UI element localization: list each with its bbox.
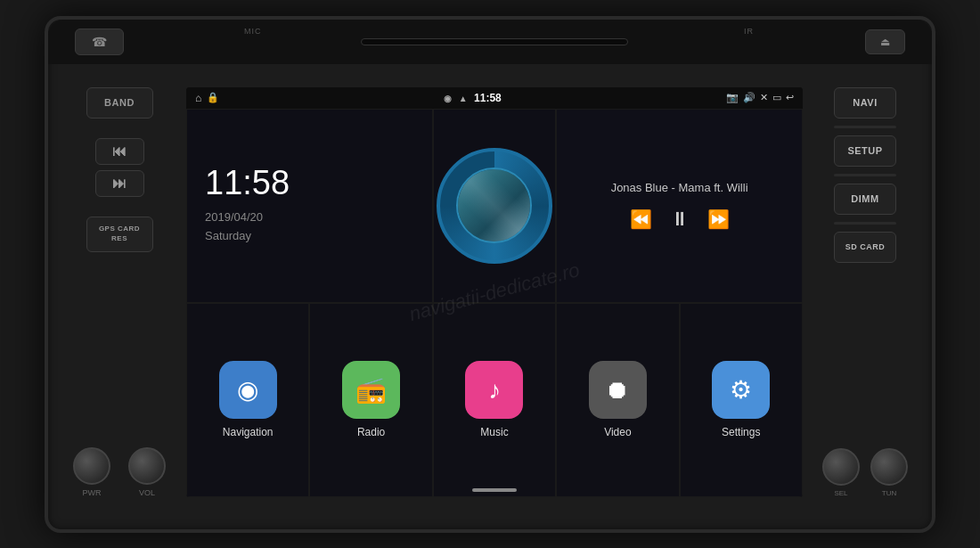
bottom-bar xyxy=(186,488,803,492)
radio-app[interactable]: 📻 Radio xyxy=(309,303,432,497)
home-icon[interactable]: ⌂ xyxy=(195,92,201,104)
date-display: 2019/04/20 Saturday xyxy=(205,209,263,246)
tun-knob[interactable] xyxy=(870,448,908,486)
vol-knob[interactable] xyxy=(128,447,166,485)
sd-button[interactable]: SD CARD xyxy=(834,232,896,263)
navigation-icon: ◉ xyxy=(219,361,277,419)
ir-label: IR xyxy=(744,27,754,36)
radio-icon: 📻 xyxy=(342,361,400,419)
settings-label: Settings xyxy=(722,426,760,438)
location-icon: ◉ xyxy=(444,94,452,103)
close-icon[interactable]: ✕ xyxy=(760,92,768,103)
top-strip: ☎ MIC IR ⏏ xyxy=(48,20,932,64)
rewind-button[interactable]: ⏪ xyxy=(630,209,652,230)
band-button[interactable]: BAND xyxy=(86,87,153,119)
lock-icon: 🔒 xyxy=(207,92,219,103)
divider-1 xyxy=(834,126,896,128)
vinyl-outer xyxy=(437,148,552,264)
pwr-label: PWR xyxy=(83,488,102,497)
volume-icon: 🔊 xyxy=(743,92,755,103)
track-name: Jonas Blue - Mama ft. Willi xyxy=(602,181,757,194)
cd-slot xyxy=(361,38,628,45)
bottom-controls-right: SEL TUN xyxy=(822,448,908,497)
car-unit: ☎ MIC IR ⏏ BAND ⏮ ⏭ GPS CARDRES PWR xyxy=(45,16,935,533)
sel-label: SEL xyxy=(834,489,847,497)
next-button[interactable]: ⏭ xyxy=(95,170,144,197)
mic-label: MIC xyxy=(244,27,262,36)
pwr-knob[interactable] xyxy=(73,447,110,485)
album-art xyxy=(458,169,530,241)
divider-3 xyxy=(834,222,896,225)
status-left: ⌂ 🔒 xyxy=(195,92,219,104)
status-time-display: 11:58 xyxy=(474,92,502,104)
signal-icon: ▲ xyxy=(459,94,468,103)
screen: ⌂ 🔒 ◉ ▲ 11:58 📷 🔊 ✕ ▭ ↩ xyxy=(186,87,803,497)
track-cell: Jonas Blue - Mama ft. Willi ⏪ ⏸ ⏩ xyxy=(556,109,803,303)
phone-button[interactable]: ☎ xyxy=(75,29,124,55)
navi-button[interactable]: NAVI xyxy=(834,87,896,119)
play-pause-button[interactable]: ⏸ xyxy=(670,208,690,231)
app-area: 11:58 2019/04/20 Saturday xyxy=(186,109,803,497)
video-app[interactable]: ⏺ Video xyxy=(556,303,679,497)
playback-controls: ⏪ ⏸ ⏩ xyxy=(630,208,730,231)
time-cell: 11:58 2019/04/20 Saturday xyxy=(186,109,433,303)
camera-icon: 📷 xyxy=(726,92,739,103)
music-icon: ♪ xyxy=(465,361,523,419)
music-app[interactable]: ♪ Music xyxy=(433,303,556,497)
bottom-controls-left: PWR VOL xyxy=(73,447,166,497)
setup-button[interactable]: SETUP xyxy=(834,135,896,167)
left-panel: BAND ⏮ ⏭ GPS CARDRES PWR VOL xyxy=(57,78,182,506)
music-cell xyxy=(433,109,556,303)
music-label: Music xyxy=(480,426,508,438)
navigation-app[interactable]: ◉ Navigation xyxy=(186,303,309,497)
settings-icon: ⚙ xyxy=(712,361,770,419)
right-panel: NAVI SETUP DIMM SD CARD SEL TUN xyxy=(807,78,923,506)
settings-app[interactable]: ⚙ Settings xyxy=(680,303,803,497)
home-indicator xyxy=(472,488,517,492)
vol-label: VOL xyxy=(139,488,155,497)
video-icon: ⏺ xyxy=(589,361,647,419)
radio-label: Radio xyxy=(357,426,385,438)
gps-button[interactable]: GPS CARDRES xyxy=(86,217,153,252)
vinyl-inner xyxy=(456,168,532,243)
video-label: Video xyxy=(604,426,631,438)
window-icon[interactable]: ▭ xyxy=(772,92,781,103)
prev-button[interactable]: ⏮ xyxy=(95,138,144,165)
time-display: 11:58 xyxy=(205,166,290,200)
divider-2 xyxy=(834,174,896,176)
sel-knob[interactable] xyxy=(822,448,860,486)
tun-label: TUN xyxy=(882,489,896,497)
fast-forward-button[interactable]: ⏩ xyxy=(707,209,730,230)
back-icon[interactable]: ↩ xyxy=(786,92,794,103)
status-time: ◉ ▲ 11:58 xyxy=(444,92,501,104)
eject-button[interactable]: ⏏ xyxy=(865,29,905,54)
main-body: BAND ⏮ ⏭ GPS CARDRES PWR VOL xyxy=(48,64,932,529)
status-right: 📷 🔊 ✕ ▭ ↩ xyxy=(726,92,794,103)
status-bar: ⌂ 🔒 ◉ ▲ 11:58 📷 🔊 ✕ ▭ ↩ xyxy=(186,87,803,109)
navigation-label: Navigation xyxy=(223,426,274,438)
dimm-button[interactable]: DIMM xyxy=(834,184,896,215)
